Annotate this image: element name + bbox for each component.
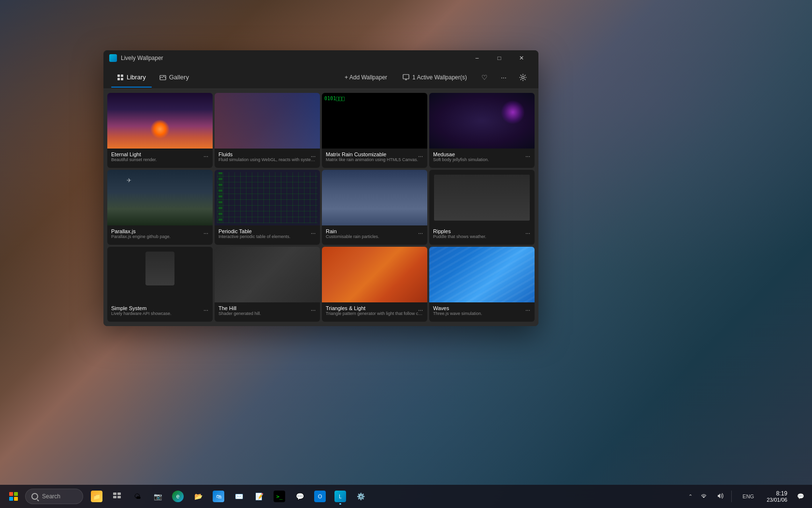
card-menu-btn-fluids[interactable]: ···	[308, 151, 318, 161]
card-menu-btn-waves[interactable]: ···	[523, 305, 533, 315]
network-icon	[700, 493, 707, 500]
card-thumbnail-eternal-light	[107, 93, 213, 149]
card-menu-btn-simple-system[interactable]: ···	[201, 305, 211, 315]
card-info-waves: Waves Three.js wave simulation. ···	[429, 302, 535, 322]
toolbar: Library Gallery + Add Wallpaper 1	[103, 66, 538, 89]
hidden-icons-button[interactable]: ⌃	[686, 492, 695, 502]
toolbar-actions: + Add Wallpaper 1 Active Wallpaper(s) ♡ …	[339, 70, 531, 85]
wallpaper-card-triangles-light[interactable]: Triangles & Light Triangle pattern gener…	[322, 247, 427, 322]
more-options-button[interactable]: ···	[496, 70, 511, 85]
card-title-eternal-light: Eternal Light	[111, 151, 209, 157]
taskbar-item-camera[interactable]: 📷	[148, 487, 167, 506]
volume-tray[interactable]	[713, 491, 727, 502]
add-wallpaper-button[interactable]: + Add Wallpaper	[339, 72, 393, 83]
card-info-triangles-light: Triangles & Light Triangle pattern gener…	[322, 302, 427, 322]
card-title-rain: Rain	[326, 228, 423, 234]
card-thumbnail-fluids	[215, 93, 320, 149]
notification-button[interactable]: 💬	[793, 491, 808, 502]
network-tray[interactable]	[696, 491, 711, 502]
taskbar-item-outlook[interactable]: O	[310, 487, 330, 506]
card-menu-btn-medusae[interactable]: ···	[523, 151, 533, 161]
minimize-button[interactable]: –	[466, 50, 488, 66]
clock-time: 8:19	[767, 490, 787, 497]
close-button[interactable]: ✕	[510, 50, 533, 66]
card-thumbnail-simple-system	[107, 247, 213, 302]
edge-icon: e	[172, 491, 184, 502]
taskbar-item-teams[interactable]: 💬	[290, 487, 309, 506]
clock-area[interactable]: 8:19 23/01/06	[763, 488, 791, 505]
taskbar-item-settings[interactable]: ⚙️	[351, 487, 370, 506]
taskbar-item-mail[interactable]: ✉️	[229, 487, 248, 506]
card-menu-btn-periodic-table[interactable]: ···	[308, 228, 318, 238]
window-title: Lively Wallpaper	[121, 55, 466, 61]
active-wallpapers-label: 1 Active Wallpaper(s)	[412, 74, 467, 81]
taskbar-item-edge[interactable]: e	[168, 487, 188, 506]
card-menu-btn-eternal-light[interactable]: ···	[201, 151, 211, 161]
tray-divider	[731, 491, 732, 502]
active-wallpapers-button[interactable]: 1 Active Wallpaper(s)	[397, 72, 473, 83]
win-logo-red	[9, 492, 13, 496]
card-desc-simple-system: Lively hardware API showcase.	[111, 311, 209, 316]
favorites-button[interactable]: ♡	[477, 70, 492, 85]
wallpaper-card-parallaxjs[interactable]: Parallax.js Parallax.js engine github pa…	[107, 170, 213, 245]
tab-library[interactable]: Library	[111, 71, 152, 84]
taskbar-item-notepad[interactable]: 📝	[249, 487, 269, 506]
taskbar-item-taskview[interactable]	[107, 487, 127, 506]
win-logo-blue	[9, 497, 13, 501]
wallpaper-card-simple-system[interactable]: Simple System Lively hardware API showca…	[107, 247, 213, 322]
taskbar-item-lively[interactable]: L	[331, 487, 350, 506]
wallpaper-card-waves[interactable]: Waves Three.js wave simulation. ···	[429, 247, 535, 322]
card-info-fluids: Fluids Fluid simulation using WebGL, rea…	[215, 149, 320, 168]
card-desc-eternal-light: Beautiful sunset render.	[111, 157, 209, 162]
taskbar-item-terminal[interactable]: >_	[270, 487, 289, 506]
svg-rect-8	[117, 493, 121, 495]
card-title-fluids: Fluids	[218, 151, 316, 157]
svg-rect-10	[117, 496, 121, 498]
card-menu-btn-the-hill[interactable]: ···	[308, 305, 318, 315]
card-menu-btn-parallaxjs[interactable]: ···	[201, 228, 211, 238]
card-menu-btn-matrix-rain[interactable]: ···	[416, 151, 425, 161]
explorer-icon: 📁	[91, 491, 102, 502]
taskbar-item-explorer[interactable]: 📁	[87, 487, 106, 506]
taskbar-search[interactable]: Search	[25, 489, 83, 504]
maximize-button[interactable]: □	[488, 50, 510, 66]
card-menu-btn-ripples[interactable]: ···	[523, 228, 533, 238]
wallpaper-card-fluids[interactable]: Fluids Fluid simulation using WebGL, rea…	[215, 93, 320, 168]
start-button[interactable]	[4, 487, 23, 506]
wallpaper-card-ripples[interactable]: Ripples Puddle that shows weather. ···	[429, 170, 535, 245]
taskbar-items: 📁 🌤 📷 e 📂	[87, 487, 686, 506]
taskbar-item-widgets[interactable]: 🌤	[128, 487, 147, 506]
svg-rect-3	[121, 78, 123, 80]
card-thumbnail-matrix-rain	[322, 93, 427, 149]
card-desc-triangles-light: Triangle pattern generator with light th…	[326, 311, 423, 316]
tab-gallery[interactable]: Gallery	[154, 71, 195, 84]
card-info-rain: Rain Customisable rain particles. ···	[322, 225, 427, 245]
svg-rect-0	[117, 75, 120, 77]
card-title-matrix-rain: Matrix Rain Customizable	[326, 151, 423, 157]
wallpaper-card-medusae[interactable]: Medusae Soft body jellyfish simulation. …	[429, 93, 535, 168]
terminal-icon: >_	[274, 491, 285, 502]
wallpaper-card-matrix-rain[interactable]: Matrix Rain Customizable Matrix like rai…	[322, 93, 427, 168]
wallpaper-card-periodic-table[interactable]: Periodic Table Interactive periodic tabl…	[215, 170, 320, 245]
settings-button[interactable]	[515, 70, 531, 85]
win-logo-yellow	[14, 497, 18, 501]
wallpaper-card-the-hill[interactable]: The Hill Shader generated hill. ···	[215, 247, 320, 322]
outlook-icon: O	[314, 491, 326, 502]
taskbar-item-store[interactable]: 🛍	[209, 487, 228, 506]
card-menu-btn-triangles-light[interactable]: ···	[416, 305, 425, 315]
card-thumbnail-the-hill	[215, 247, 320, 302]
svg-point-6	[522, 76, 524, 78]
wallpaper-card-eternal-light[interactable]: Eternal Light Beautiful sunset render. ·…	[107, 93, 213, 168]
title-bar: Lively Wallpaper – □ ✕	[103, 50, 538, 66]
content-area[interactable]: Eternal Light Beautiful sunset render. ·…	[103, 89, 538, 326]
language-tray[interactable]: ENG	[736, 490, 761, 503]
wallpaper-card-rain[interactable]: Rain Customisable rain particles. ···	[322, 170, 427, 245]
card-thumbnail-periodic-table	[215, 170, 320, 225]
search-label: Search	[42, 493, 60, 500]
taskbar-item-explorer2[interactable]: 📂	[188, 487, 208, 506]
card-desc-waves: Three.js wave simulation.	[433, 311, 531, 316]
mail-icon: ✉️	[233, 491, 245, 502]
settings-taskbar-icon: ⚙️	[355, 491, 366, 502]
language-label: ENG	[740, 492, 757, 501]
card-menu-btn-rain[interactable]: ···	[416, 228, 425, 238]
